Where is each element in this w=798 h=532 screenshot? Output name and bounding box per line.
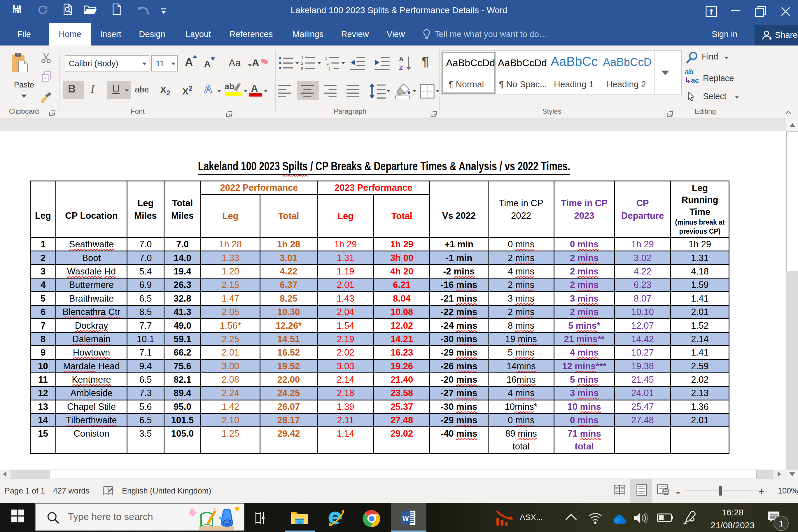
svg-text:W: W <box>402 515 409 522</box>
svg-text:3: 3 <box>301 66 303 71</box>
svg-text:1: 1 <box>301 55 303 60</box>
svg-text:1: 1 <box>325 56 327 61</box>
svg-text:Z: Z <box>399 64 403 71</box>
svg-text:2: 2 <box>301 61 303 65</box>
svg-text:a: a <box>327 61 329 66</box>
svg-text:A: A <box>399 55 404 63</box>
svg-text:i: i <box>329 67 330 71</box>
